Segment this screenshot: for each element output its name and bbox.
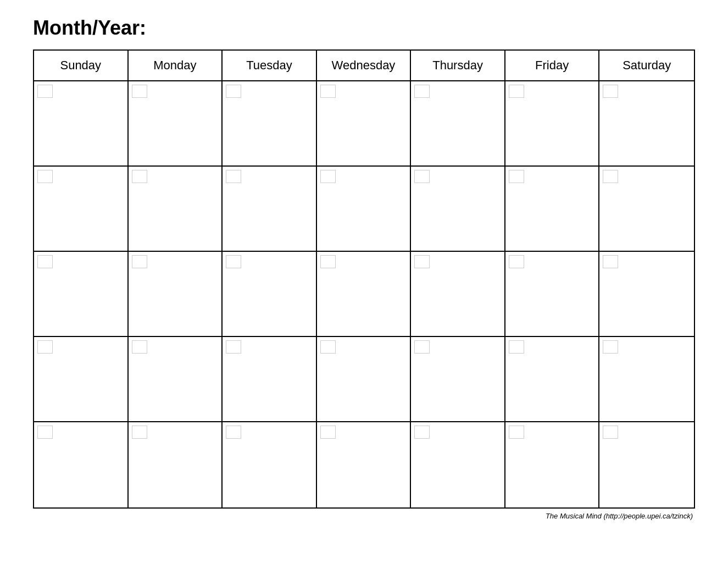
calendar-cell [129, 337, 223, 421]
day-header-monday: Monday [129, 51, 223, 80]
calendar-cell [411, 81, 505, 165]
date-number-box [414, 255, 430, 268]
calendar-body [34, 81, 694, 507]
date-number-box [37, 255, 53, 268]
date-number-box [603, 85, 618, 98]
calendar-week-2 [34, 167, 694, 252]
date-number-box [509, 426, 524, 439]
day-header-sunday: Sunday [34, 51, 129, 80]
calendar-cell [599, 167, 694, 251]
date-number-box [132, 170, 147, 183]
date-number-box [226, 340, 241, 354]
day-header-friday: Friday [505, 51, 600, 80]
calendar-header: SundayMondayTuesdayWednesdayThursdayFrid… [34, 51, 694, 81]
calendar-cell [505, 337, 600, 421]
calendar-cell [129, 81, 223, 165]
calendar-cell [317, 422, 412, 507]
date-number-box [603, 255, 618, 268]
calendar-cell [317, 81, 412, 165]
date-number-box [320, 85, 336, 98]
calendar-cell [411, 252, 505, 336]
calendar-cell [505, 422, 600, 507]
date-number-box [509, 85, 524, 98]
date-number-box [132, 426, 147, 439]
calendar-cell [411, 167, 505, 251]
date-number-box [414, 340, 430, 354]
calendar-cell [317, 252, 412, 336]
calendar-cell [34, 337, 129, 421]
calendar-cell [34, 422, 129, 507]
calendar-cell [223, 81, 317, 165]
calendar-cell [34, 252, 129, 336]
date-number-box [603, 426, 618, 439]
date-number-box [509, 170, 524, 183]
date-number-box [226, 255, 241, 268]
date-number-box [132, 85, 147, 98]
date-number-box [320, 255, 336, 268]
calendar-cell [317, 167, 412, 251]
date-number-box [603, 170, 618, 183]
calendar-cell [411, 422, 505, 507]
calendar-cell [505, 252, 600, 336]
page-title: Month/Year: [33, 16, 695, 40]
calendar-cell [599, 337, 694, 421]
calendar-cell [599, 422, 694, 507]
calendar-cell [129, 252, 223, 336]
calendar-cell [223, 167, 317, 251]
date-number-box [132, 255, 147, 268]
calendar-cell [34, 167, 129, 251]
date-number-box [226, 170, 241, 183]
date-number-box [226, 426, 241, 439]
day-header-wednesday: Wednesday [317, 51, 412, 80]
calendar-week-1 [34, 81, 694, 167]
date-number-box [37, 85, 53, 98]
calendar-cell [599, 81, 694, 165]
calendar-cell [129, 167, 223, 251]
day-header-thursday: Thursday [411, 51, 505, 80]
calendar-cell [599, 252, 694, 336]
date-number-box [414, 170, 430, 183]
day-header-saturday: Saturday [599, 51, 694, 80]
day-header-tuesday: Tuesday [223, 51, 317, 80]
calendar-week-5 [34, 422, 694, 507]
calendar-cell [411, 337, 505, 421]
date-number-box [320, 426, 336, 439]
date-number-box [320, 170, 336, 183]
calendar-cell [505, 167, 600, 251]
date-number-box [132, 340, 147, 354]
date-number-box [603, 340, 618, 354]
calendar-cell [34, 81, 129, 165]
calendar-cell [223, 337, 317, 421]
date-number-box [37, 340, 53, 354]
date-number-box [509, 340, 524, 354]
calendar-cell [317, 337, 412, 421]
calendar-cell [223, 422, 317, 507]
date-number-box [37, 426, 53, 439]
calendar-cell [223, 252, 317, 336]
calendar-week-3 [34, 252, 694, 337]
calendar-container: SundayMondayTuesdayWednesdayThursdayFrid… [33, 49, 695, 509]
date-number-box [37, 170, 53, 183]
calendar-cell [129, 422, 223, 507]
calendar-week-4 [34, 337, 694, 422]
date-number-box [414, 85, 430, 98]
footer: The Musical Mind (http://people.upei.ca/… [33, 512, 695, 520]
date-number-box [509, 255, 524, 268]
date-number-box [414, 426, 430, 439]
calendar-cell [505, 81, 600, 165]
date-number-box [320, 340, 336, 354]
date-number-box [226, 85, 241, 98]
